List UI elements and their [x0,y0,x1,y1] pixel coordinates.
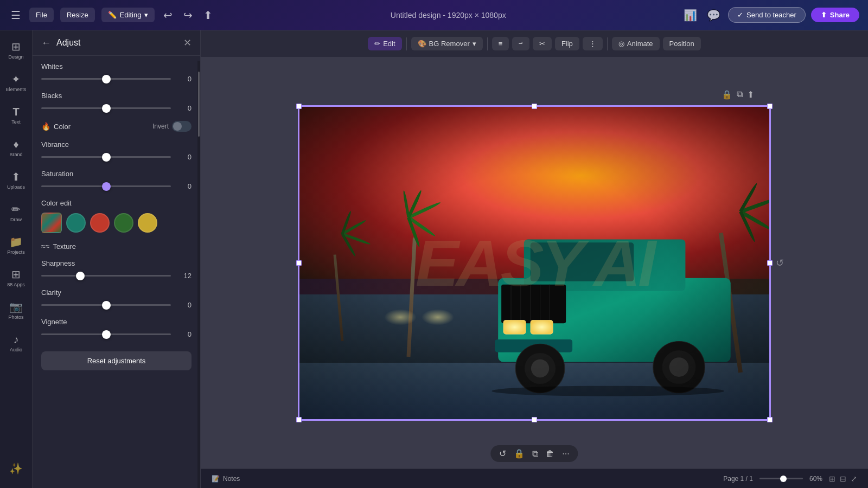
reset-adjustments-button[interactable]: Reset adjustments [41,351,192,370]
palm-tree-1 [337,233,348,341]
blacks-value: 0 [176,104,192,112]
pattern-button[interactable]: ⋮ [583,37,603,50]
vignette-thumb[interactable] [102,330,111,339]
blacks-thumb[interactable] [102,104,111,113]
sidebar-item-uploads[interactable]: ⬆ Uploads [2,165,30,195]
sharpness-label: Sharpness [41,259,192,267]
comments-button[interactable]: 💬 [705,7,723,24]
sharpness-thumb[interactable] [76,272,85,280]
resize-menu[interactable]: Resize [60,8,95,22]
share-button[interactable]: ⬆ Share [811,8,859,22]
invert-row: Invert [152,121,192,132]
upload-button[interactable]: ⬆ [201,7,215,24]
sidebar-item-brand[interactable]: ♦ Brand [2,132,30,163]
color-edit-section: Color edit [41,199,192,233]
canvas-image-container[interactable]: EASY AI 🔒 [298,106,770,420]
canvas-content[interactable]: EASY AI 🔒 [201,57,868,468]
flip-button[interactable]: Flip [555,37,579,50]
rotate-icon[interactable]: ↺ [776,257,784,269]
analytics-button[interactable]: 📊 [681,7,699,24]
whites-label: Whites [41,62,192,70]
bg-remover-button[interactable]: 🎨 BG Remover ▾ [411,37,483,50]
sharpness-value: 12 [176,272,192,280]
close-button[interactable]: ✕ [183,37,192,49]
notes-button[interactable]: 📝 Notes [212,475,240,483]
lock-icon[interactable]: 🔒 [722,89,732,100]
vibrance-slider-row: 0 [41,153,192,161]
sidebar-item-apps[interactable]: ⊞ 88 Apps [2,262,30,293]
zoom-thumb[interactable] [780,476,787,482]
texture-label: Texture [53,242,76,251]
more-options-icon[interactable]: ⬆ [747,89,754,100]
vibrance-track[interactable] [41,156,171,158]
crop-button[interactable]: ✂ [533,37,552,50]
edit-button[interactable]: ✏ Edit [368,37,401,50]
color-swatch-green[interactable] [114,213,133,233]
fullscreen-icon[interactable]: ⤢ [851,474,857,483]
editing-menu[interactable]: ✏️ Editing ▾ [101,8,155,22]
sharpness-track[interactable] [41,275,171,277]
canvas-copy-button[interactable]: ⧉ [532,449,538,459]
sidebar-item-audio[interactable]: ♪ Audio [2,328,30,358]
invert-toggle[interactable] [172,121,192,132]
blacks-label: Blacks [41,92,192,100]
animate-button[interactable]: ◎ Animate [612,37,660,50]
sidebar-item-elements[interactable]: ✦ Elements [2,67,30,98]
clarity-track[interactable] [41,304,171,306]
file-menu[interactable]: File [29,8,54,22]
blacks-track[interactable] [41,107,171,109]
projects-label: Projects [7,249,25,255]
sidebar-item-magic[interactable]: ✨ [2,453,30,484]
sidebar-item-projects[interactable]: 📁 Projects [2,230,30,260]
vibrance-thumb[interactable] [102,153,111,162]
menu-button[interactable]: ☰ [9,7,23,24]
canvas-lock-button[interactable]: 🔒 [514,448,525,459]
zoom-track[interactable] [760,478,803,479]
design-label: Design [8,54,23,60]
view-icon[interactable]: ⊟ [840,474,846,483]
saturation-thumb[interactable] [102,182,111,191]
grid-icon[interactable]: ⊞ [829,474,835,483]
panel-scrollbar-thumb[interactable] [198,72,200,137]
undo-button[interactable]: ↩ [161,7,175,24]
headlight-glow-left [384,309,417,325]
sidebar-item-text[interactable]: T Text [2,100,30,130]
redo-icon: ↪ [183,9,193,21]
color-section: 🔥 Color Invert [41,121,192,132]
whites-track[interactable] [41,78,171,80]
canvas-image[interactable]: EASY AI [298,106,770,420]
color-swatch-image[interactable] [41,213,62,233]
canvas-refresh-button[interactable]: ↺ [499,448,506,459]
vignette-label: Vignette [41,318,192,326]
adjust-header: ← Adjust ✕ [33,30,200,56]
vibrance-label: Vibrance [41,140,192,149]
position-button[interactable]: Position [663,37,701,50]
position-label: Position [669,40,694,48]
canvas-more-button[interactable]: ··· [562,449,569,459]
send-teacher-label: Send to teacher [746,11,796,19]
bg-remover-label: BG Remover [429,40,470,48]
duplicate-icon[interactable]: ⧉ [737,89,743,100]
svg-point-16 [531,359,549,377]
file-label: File [36,11,47,19]
sidebar-item-draw[interactable]: ✏ Draw [2,197,30,228]
saturation-label: Saturation [41,170,192,178]
sidebar-item-photos[interactable]: 📷 Photos [2,295,30,325]
whites-thumb[interactable] [102,75,111,84]
color-swatch-teal[interactable] [66,213,86,233]
pattern-icon: ⋮ [589,40,596,48]
lines-button[interactable]: ≡ [492,37,509,50]
redo-button[interactable]: ↪ [181,7,195,24]
canvas-top-icons: 🔒 ⧉ ⬆ [722,89,754,100]
send-teacher-button[interactable]: ✓ Send to teacher [728,7,806,23]
color-swatch-red[interactable] [90,213,110,233]
sidebar-item-design[interactable]: ⊞ Design [2,35,30,65]
chevron-down-icon: ▾ [473,40,476,48]
canvas-trash-button[interactable]: 🗑 [546,449,554,459]
saturation-track[interactable] [41,185,171,187]
color-swatch-gold[interactable] [138,213,157,233]
corner-button[interactable]: ⌐ [512,37,529,50]
clarity-thumb[interactable] [102,301,111,310]
vignette-track[interactable] [41,333,171,335]
back-button[interactable]: ← [41,37,51,49]
